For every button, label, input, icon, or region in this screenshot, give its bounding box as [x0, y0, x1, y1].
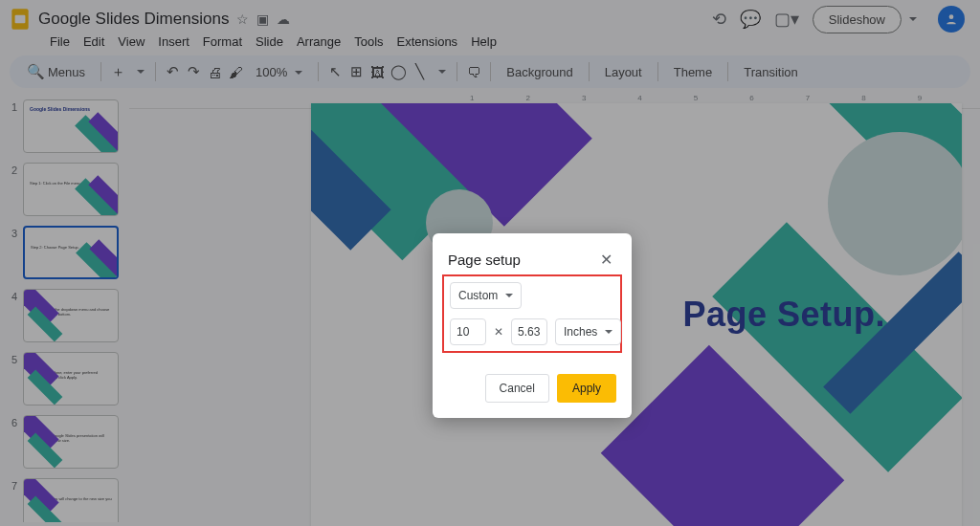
times-icon: ✕: [494, 325, 503, 339]
dialog-title: Page setup: [448, 252, 521, 268]
apply-button[interactable]: Apply: [557, 374, 616, 403]
unit-dropdown[interactable]: Inches: [555, 318, 621, 345]
size-preset-dropdown[interactable]: Custom: [450, 282, 522, 309]
cancel-button[interactable]: Cancel: [485, 374, 549, 403]
annotation-highlight: Custom ✕ Inches: [442, 274, 622, 353]
page-setup-dialog: Page setup ✕ Custom ✕ Inches Cancel Appl…: [433, 233, 632, 418]
width-input[interactable]: [450, 318, 486, 345]
height-input[interactable]: [511, 318, 547, 345]
close-icon[interactable]: ✕: [596, 249, 616, 271]
